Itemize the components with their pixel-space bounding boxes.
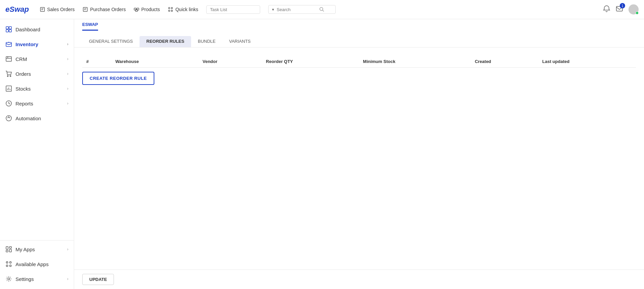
settings-chevron-icon: › [67, 277, 68, 281]
create-reorder-rule-button[interactable]: CREATE REORDER RULE [82, 72, 154, 85]
nav-products[interactable]: Products [134, 7, 160, 12]
col-minimum-stock: Minimum Stock [359, 56, 471, 68]
sidebar-item-my-apps[interactable]: My Apps › [0, 242, 74, 257]
sales-icon [40, 7, 45, 12]
sidebar-stocks-label: Stocks [16, 86, 64, 92]
my-apps-chevron-icon: › [67, 247, 68, 252]
notification-button[interactable] [603, 5, 610, 14]
table-header: # Warehouse Vendor Reorder QTY Minimum S… [82, 56, 636, 68]
my-apps-icon [5, 246, 12, 253]
tab-general-settings[interactable]: GENERAL SETTINGS [82, 36, 140, 47]
svg-rect-36 [6, 250, 8, 252]
update-button[interactable]: UPDATE [82, 274, 114, 285]
svg-point-10 [171, 7, 173, 9]
tab-bundle[interactable]: BUNDLE [191, 36, 222, 47]
sidebar-item-orders[interactable]: Orders › [0, 66, 74, 81]
sidebar-available-apps-label: Available Apps [16, 261, 68, 267]
purchase-icon [83, 7, 88, 12]
eswap-tab[interactable]: ESWAP [82, 22, 98, 31]
sidebar-inventory-label: Inventory [16, 41, 64, 47]
sidebar-bottom: My Apps › Available Apps Settings › [0, 240, 74, 286]
orders-icon [5, 70, 12, 77]
search-dropdown-arrow[interactable]: ▼ [271, 8, 275, 11]
col-warehouse: Warehouse [111, 56, 198, 68]
crm-chevron-icon: › [67, 57, 68, 61]
col-reorder-qty: Reorder QTY [262, 56, 359, 68]
svg-rect-34 [6, 247, 8, 249]
col-last-updated: Last updated [538, 56, 636, 68]
svg-rect-6 [134, 8, 136, 10]
svg-point-9 [168, 7, 170, 9]
col-vendor: Vendor [198, 56, 262, 68]
tab-reorder-rules[interactable]: REORDER RULES [140, 36, 191, 47]
svg-point-12 [171, 10, 173, 11]
svg-rect-18 [6, 30, 8, 32]
svg-point-25 [7, 76, 8, 77]
messages-badge: 1 [620, 3, 625, 8]
inventory-icon [5, 41, 12, 47]
messages-button[interactable]: 1 [616, 5, 623, 14]
sidebar-my-apps-label: My Apps [16, 247, 64, 252]
svg-rect-19 [9, 30, 11, 32]
sidebar-item-crm[interactable]: CRM › [0, 52, 74, 66]
sidebar-item-dashboard[interactable]: Dashboard [0, 22, 74, 37]
svg-rect-37 [9, 249, 11, 252]
reorder-rules-table: # Warehouse Vendor Reorder QTY Minimum S… [82, 56, 636, 85]
brand-logo[interactable]: eSwap [5, 5, 29, 14]
sidebar-item-stocks[interactable]: Stocks › [0, 81, 74, 96]
eswap-tab-header: ESWAP [82, 19, 636, 31]
sidebar-item-automation[interactable]: Automation [0, 111, 74, 126]
sidebar: Dashboard Inventory › CRM › [0, 19, 74, 289]
nav-quick-links[interactable]: Quick links [168, 7, 198, 12]
sidebar-automation-label: Automation [16, 116, 68, 121]
stocks-chevron-icon: › [67, 86, 68, 91]
sidebar-reports-label: Reports [16, 101, 64, 106]
available-apps-icon [5, 261, 12, 267]
tab-variants[interactable]: VARIANTS [222, 36, 257, 47]
svg-rect-16 [6, 27, 8, 29]
svg-rect-8 [135, 9, 137, 11]
tabs-bar: GENERAL SETTINGS REORDER RULES BUNDLE VA… [82, 32, 636, 47]
quicklinks-icon [168, 7, 173, 12]
sidebar-orders-label: Orders [16, 71, 64, 77]
search-input[interactable] [277, 7, 317, 12]
task-list-input[interactable] [206, 5, 260, 14]
online-status [636, 11, 639, 14]
sidebar-item-available-apps[interactable]: Available Apps [0, 257, 74, 271]
create-cell: CREATE REORDER RULE [82, 68, 636, 85]
nav-products-label: Products [141, 7, 160, 12]
search-icon[interactable] [319, 7, 325, 12]
svg-rect-22 [6, 57, 11, 61]
svg-rect-20 [6, 42, 11, 46]
svg-rect-7 [137, 8, 139, 10]
nav-purchase-orders[interactable]: Purchase Orders [83, 7, 126, 12]
svg-point-13 [320, 7, 323, 10]
sidebar-item-settings[interactable]: Settings › [0, 271, 74, 286]
sidebar-item-reports[interactable]: Reports › [0, 96, 74, 111]
orders-chevron-icon: › [67, 71, 68, 76]
user-avatar[interactable] [628, 4, 639, 14]
settings-icon [5, 276, 12, 282]
svg-rect-0 [40, 7, 44, 11]
dashboard-icon [5, 26, 12, 33]
sidebar-item-inventory[interactable]: Inventory › [0, 37, 74, 52]
navbar: eSwap Sales Orders Purchase Orders Produ… [0, 0, 644, 19]
nav-sales-orders[interactable]: Sales Orders [40, 7, 75, 12]
automation-icon [5, 115, 12, 122]
col-created: Created [471, 56, 538, 68]
content-area: ESWAP GENERAL SETTINGS REORDER RULES BUN… [74, 19, 644, 289]
inventory-chevron-icon: › [67, 42, 68, 46]
crm-icon [5, 56, 12, 62]
sidebar-dashboard-label: Dashboard [16, 27, 68, 32]
nav-purchase-orders-label: Purchase Orders [90, 7, 126, 12]
sidebar-crm-label: CRM [16, 56, 64, 62]
stocks-icon [5, 85, 12, 92]
sidebar-settings-label: Settings [16, 276, 64, 282]
nav-quick-links-label: Quick links [175, 7, 198, 12]
table-body: CREATE REORDER RULE [82, 68, 636, 85]
svg-point-40 [6, 265, 8, 267]
svg-point-39 [10, 262, 11, 263]
svg-point-41 [10, 265, 11, 267]
bottom-bar: UPDATE [74, 269, 644, 289]
nav-sales-orders-label: Sales Orders [47, 7, 75, 12]
